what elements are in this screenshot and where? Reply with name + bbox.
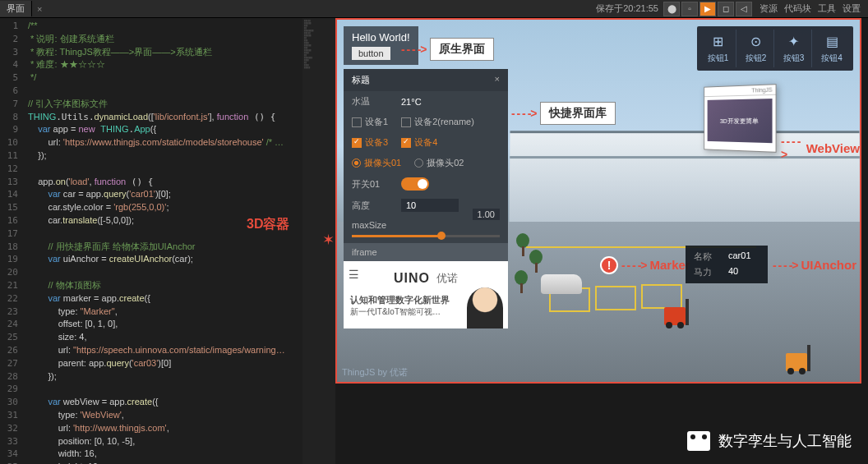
3d-viewport[interactable]: Hello World! button - - - -> 原生界面 ⊞按钮1 ⊙…: [335, 18, 861, 384]
radio-camera1[interactable]: 摄像头01: [352, 157, 401, 169]
list-icon: ▤: [826, 34, 838, 49]
label-native-ui: - - - -> 原生界面: [401, 38, 494, 61]
checkbox-device4[interactable]: 设备4: [401, 136, 437, 149]
marker-icon: !: [600, 256, 618, 274]
menu-tools[interactable]: 工具: [815, 2, 838, 15]
tree: [515, 270, 528, 293]
tree: [516, 233, 529, 256]
wechat-icon: [687, 431, 710, 451]
panel-title: 标题: [352, 74, 370, 86]
property-panel: 标题 × 水温 21°C 设备1 设备2(rename) 设备3 设备4 摄像头…: [344, 69, 508, 328]
maxsize-label: maxSize: [352, 220, 386, 230]
uino-cn: 优诺: [436, 271, 458, 286]
panel-close-icon[interactable]: ×: [495, 74, 500, 86]
tab-close[interactable]: ×: [32, 4, 47, 14]
temp-label: 水温: [352, 95, 393, 108]
credit: ThingJS by 优诺: [342, 366, 408, 379]
top-menus: 资源 代码块 工具 设置: [752, 2, 868, 15]
save-time: 保存于20:21:55: [596, 2, 663, 15]
watermark: 数字孪生与人工智能: [687, 431, 852, 451]
arrow-icon: - - - ->: [401, 43, 427, 56]
menu-codeblock[interactable]: 代码块: [782, 2, 814, 15]
label-webview: - - - -> WebView: [781, 135, 860, 161]
iframe-content: ☰ UINO 优诺 认知和管理数字化新世界 新一代IT&IoT智能可视…: [344, 261, 508, 328]
tree: [529, 250, 542, 273]
label-uianchor: - - - -> UIAnchor: [773, 258, 856, 272]
height-input[interactable]: [401, 199, 459, 212]
label-quick-lib: - - - -> 快捷界面库: [511, 102, 616, 125]
maxsize-value: 1.00: [473, 209, 500, 220]
checkbox-device3[interactable]: 设备3: [352, 136, 388, 149]
ua-name-label: 名称: [694, 250, 718, 263]
ua-name-value: car01: [728, 250, 751, 263]
height-label: 高度: [352, 200, 393, 212]
file-tab[interactable]: 界面: [0, 1, 32, 16]
label-marker: - - - -> Marker: [621, 258, 690, 272]
menu-settings[interactable]: 设置: [840, 2, 863, 15]
hello-button[interactable]: button: [352, 47, 390, 60]
spark-icon: ✦: [788, 34, 799, 49]
maxsize-slider[interactable]: [352, 235, 500, 237]
ua-hp-label: 马力: [694, 266, 718, 278]
code-editor[interactable]: 1234567891011121314151617181920212223242…: [0, 18, 335, 464]
hamburger-icon[interactable]: ☰: [349, 268, 359, 281]
red-anchor-icon: ✶: [322, 231, 335, 249]
iframe-label: iframe: [344, 243, 508, 261]
tool-icons: ⬤ ▫ ▶ ◻ ◁: [663, 2, 752, 16]
checkbox-device1[interactable]: 设备1: [352, 116, 388, 128]
ui-anchor-panel: 名称car01 马力40: [686, 246, 768, 283]
webview-content: 3D开发更简单: [708, 99, 773, 143]
arrow-icon: - - - ->: [781, 135, 803, 161]
label-3d-container: 3D容器: [247, 216, 289, 233]
tool-share-icon[interactable]: ◁: [736, 2, 752, 16]
switch-toggle[interactable]: [401, 177, 429, 191]
checkbox-device2[interactable]: 设备2(rename): [401, 116, 474, 128]
parking-slot: [595, 286, 636, 310]
arrow-icon: - - - ->: [511, 107, 537, 120]
tool-run-icon[interactable]: ▶: [699, 2, 716, 16]
toolbar-btn-1[interactable]: ⊞按钮1: [700, 30, 736, 67]
tool-record-icon[interactable]: ⬤: [663, 2, 680, 16]
alarm-icon: ⊙: [750, 34, 761, 49]
ua-hp-value: 40: [728, 266, 738, 278]
toolbar-btn-4[interactable]: ▤按钮4: [814, 30, 850, 67]
switch-label: 开关01: [352, 178, 393, 191]
radio-camera2[interactable]: 摄像头02: [414, 157, 464, 169]
watermark-text: 数字孪生与人工智能: [718, 431, 852, 451]
grid-icon: ⊞: [713, 34, 723, 49]
forklift: [664, 299, 690, 328]
webview-panel: ThingJS 3D开发更简单: [704, 84, 776, 153]
arrow-icon: - - - ->: [773, 259, 798, 272]
top-bar: 界面 × 保存于20:21:55 ⬤ ▫ ▶ ◻ ◁ 资源 代码块 工具 设置: [0, 0, 868, 18]
toolbar-btn-3[interactable]: ✦按钮3: [776, 30, 812, 67]
tool-box-icon[interactable]: ◻: [718, 2, 734, 16]
uino-logo: UINO: [394, 271, 430, 286]
panel-header: 标题 ×: [344, 69, 508, 91]
temp-value: 21°C: [401, 97, 422, 107]
menu-resource[interactable]: 资源: [757, 2, 780, 15]
code-body[interactable]: /** * 说明: 创建系统通栏 * 教程: ThingJS教程——>界面——>…: [23, 18, 335, 464]
toolbar-btn-2[interactable]: ⊙按钮2: [738, 30, 774, 67]
quick-toolbar: ⊞按钮1 ⊙按钮2 ✦按钮3 ▤按钮4: [697, 26, 853, 71]
car: [541, 274, 582, 294]
avatar: [467, 287, 503, 328]
webview-header: ThingJS: [704, 85, 775, 97]
arrow-icon: - - - ->: [621, 259, 647, 272]
forklift: [786, 345, 812, 374]
tool-save-icon[interactable]: ▫: [681, 2, 698, 16]
line-gutter: 1234567891011121314151617181920212223242…: [0, 18, 23, 464]
